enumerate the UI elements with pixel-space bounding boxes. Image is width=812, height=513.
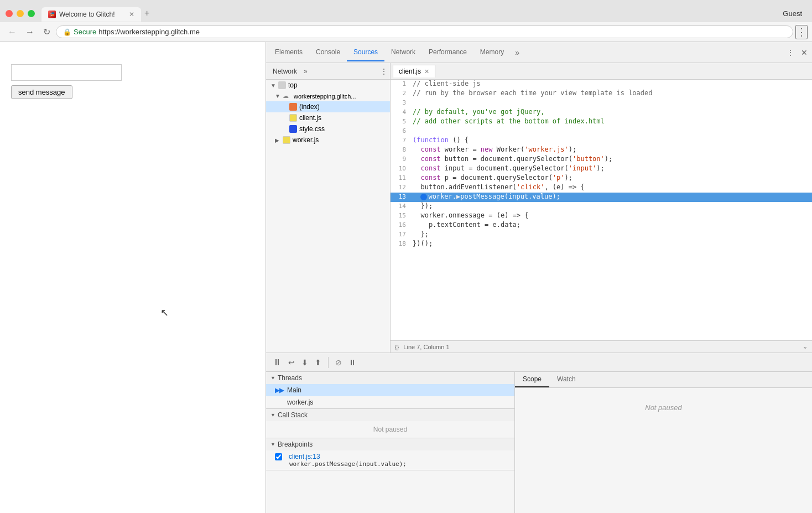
website-area: send message ↖ [0, 42, 266, 513]
debug-deactivate-button[interactable]: ⊘ [333, 356, 344, 369]
debug-pause-button[interactable]: ⏸ [270, 355, 284, 370]
tree-label-workerjs: worker.js [293, 136, 319, 144]
line-content-11: const p = document.querySelector('p'); [410, 174, 812, 183]
tree-item-clientjs[interactable]: client.js [266, 112, 390, 123]
tab-performance[interactable]: Performance [422, 44, 473, 61]
code-editor-area[interactable]: 1 // client-side js 2 // run by the brow… [391, 80, 812, 340]
breakpoint-checkbox-1[interactable] [275, 453, 282, 460]
file-panel-tab-network[interactable]: Network [268, 65, 301, 77]
code-line-7: 7 (function () { [391, 136, 812, 146]
debugger-toolbar: ⏸ ↩ ⬇ ⬆ ⊘ ⏸ [266, 353, 812, 372]
tab-elements[interactable]: Elements [268, 44, 309, 61]
line-content-8: const worker = new Worker('worker.js'); [410, 146, 812, 155]
thread-item-main[interactable]: ▶▶ Main [266, 384, 514, 396]
tree-arrow-ws: ▼ [275, 93, 280, 99]
line-num-18: 18 [391, 240, 410, 249]
code-line-13: 13 worker.▶postMessage(input.value); [391, 193, 812, 202]
back-button[interactable]: ← [4, 25, 20, 39]
browser-tab[interactable]: 🎏 Welcome to Glitch! ✕ [41, 7, 141, 22]
debugger-panel: ⏸ ↩ ⬇ ⬆ ⊘ ⏸ ▼ Threads [266, 353, 812, 513]
page-content: send message ↖ Elements Console Sources … [0, 42, 812, 513]
file-panel-menu-button[interactable]: ⋮ [380, 67, 388, 76]
tab-bar: 🎏 Welcome to Glitch! ✕ + [41, 5, 783, 22]
debug-step-into-button[interactable]: ⬇ [299, 356, 310, 369]
call-stack-section: ▼ Call Stack Not paused [266, 409, 514, 438]
line-num-11: 11 [391, 174, 410, 183]
new-tab-button[interactable]: + [141, 5, 153, 22]
tab-close-button[interactable]: ✕ [129, 11, 134, 18]
code-line-2: 2 // run by the browser each time your v… [391, 89, 812, 99]
devtools-more-tabs[interactable]: » [511, 45, 524, 60]
tab-sources[interactable]: Sources [347, 44, 384, 61]
tree-item-workerstepping[interactable]: ▼ ☁ workerstepping.glitch... [266, 91, 390, 101]
debug-step-out-button[interactable]: ⬆ [313, 356, 324, 369]
file-panel-more-button[interactable]: » [304, 68, 308, 75]
message-input[interactable] [11, 64, 122, 81]
file-panel: Network » ⋮ ▼ top ▼ ☁ workersteppi [266, 63, 391, 353]
code-line-1: 1 // client-side js [391, 80, 812, 89]
tree-item-index[interactable]: (index) [266, 101, 390, 112]
breakpoint-item-1: client.js:13 worker.postMessage(input.va… [266, 450, 514, 470]
tab-memory[interactable]: Memory [473, 44, 511, 61]
editor-tab-clientjs[interactable]: client.js ✕ [393, 65, 435, 77]
threads-section-header[interactable]: ▼ Threads [266, 372, 514, 384]
cursor-pointer: ↖ [160, 307, 169, 319]
editor-tab-label: client.js [399, 68, 421, 75]
code-line-10: 10 const input = document.querySelector(… [391, 164, 812, 174]
tree-label-top: top [288, 81, 298, 89]
more-options-button[interactable]: ⋮ [795, 25, 808, 39]
breakpoint-row[interactable]: client.js:13 [275, 453, 506, 460]
breakpoint-label-1: client.js:13 [289, 453, 320, 460]
devtools-close-button[interactable]: ✕ [799, 46, 810, 59]
line-num-3: 3 [391, 99, 410, 108]
watch-tab[interactable]: Watch [549, 372, 584, 387]
lock-icon: 🔒 [63, 28, 71, 36]
maximize-button[interactable] [28, 10, 35, 17]
line-num-17: 17 [391, 230, 410, 240]
thread-main-icon: ▶▶ [275, 387, 284, 394]
debug-pause-exceptions-button[interactable]: ⏸ [346, 356, 358, 369]
tab-console[interactable]: Console [309, 44, 347, 61]
line-content-5: // add other scripts at the bottom of in… [410, 117, 812, 127]
code-line-3: 3 [391, 99, 812, 108]
code-editor-panel: client.js ✕ 1 // client-side js 2 // run… [391, 63, 812, 353]
debug-step-over-button[interactable]: ↩ [286, 356, 297, 369]
devtools-menu-button[interactable]: ⋮ [784, 46, 797, 59]
tree-arrow-top: ▼ [270, 82, 276, 89]
line-num-9: 9 [391, 155, 410, 164]
close-button[interactable] [6, 10, 13, 17]
scope-tab[interactable]: Scope [515, 372, 549, 387]
code-line-6: 6 [391, 127, 812, 136]
folder-icon-top [278, 81, 286, 89]
line-num-10: 10 [391, 164, 410, 174]
status-brackets: {} [395, 344, 399, 350]
css-icon [289, 125, 297, 133]
minimize-button[interactable] [17, 10, 24, 17]
tab-title: Welcome to Glitch! [59, 11, 114, 18]
line-num-14: 14 [391, 202, 410, 211]
tree-item-top[interactable]: ▼ top [266, 80, 390, 91]
breakpoint-code-1: worker.postMessage(input.value); [275, 460, 506, 468]
code-line-8: 8 const worker = new Worker('worker.js')… [391, 146, 812, 155]
tree-item-workerjs[interactable]: ▶ worker.js [266, 134, 390, 146]
line-content-18: })(); [410, 240, 812, 249]
forward-button[interactable]: → [22, 25, 38, 39]
breakpoints-section-header[interactable]: ▼ Breakpoints [266, 438, 514, 450]
send-message-button[interactable]: send message [11, 85, 72, 99]
threads-arrow-icon: ▼ [270, 375, 275, 381]
line-num-7: 7 [391, 136, 410, 146]
line-num-12: 12 [391, 183, 410, 193]
breakpoints-arrow-icon: ▼ [270, 442, 275, 447]
editor-tab-close-button[interactable]: ✕ [424, 68, 429, 75]
devtools-main-area: Network » ⋮ ▼ top ▼ ☁ workersteppi [266, 63, 812, 353]
address-bar[interactable]: 🔒 Secure https://workerstepping.glitch.m… [56, 25, 793, 38]
thread-item-workerjs[interactable]: worker.js [266, 396, 514, 408]
line-content-15: worker.onmessage = (e) => { [410, 211, 812, 221]
status-expand-button[interactable]: ⌄ [803, 343, 808, 350]
line-content-4: // by default, you've got jQuery, [410, 108, 812, 117]
tab-network[interactable]: Network [384, 44, 422, 61]
reload-button[interactable]: ↻ [40, 24, 54, 39]
call-stack-header[interactable]: ▼ Call Stack [266, 409, 514, 421]
line-content-12: button.addEventListener('click', (e) => … [410, 183, 812, 193]
tree-item-stylecss[interactable]: style.css [266, 123, 390, 134]
